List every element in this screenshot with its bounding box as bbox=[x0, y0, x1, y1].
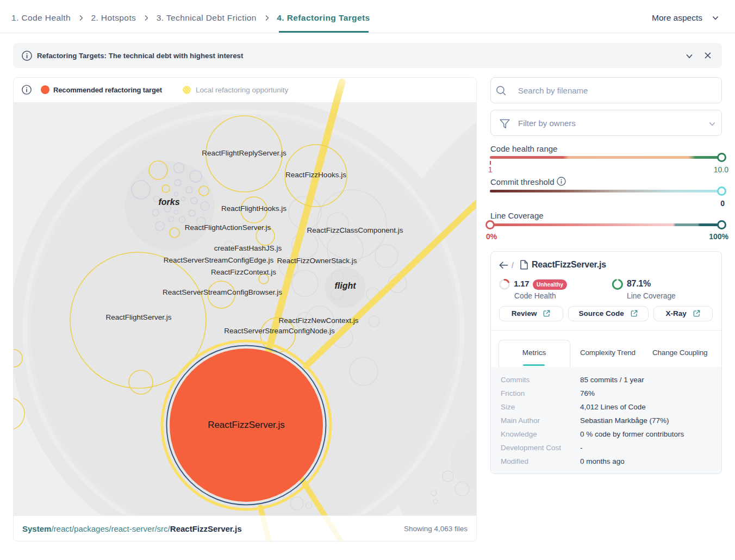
svg-text:forks: forks bbox=[158, 197, 179, 207]
svg-text:flight: flight bbox=[334, 281, 356, 290]
svg-text:ReactFlightActionServer.js: ReactFlightActionServer.js bbox=[185, 223, 271, 232]
svg-text:ReactFlightReplyServer.js: ReactFlightReplyServer.js bbox=[202, 149, 286, 157]
svg-text:ReactFizzServer.js: ReactFizzServer.js bbox=[208, 420, 285, 430]
svg-text:ReactServerStreamConfigNode.js: ReactServerStreamConfigNode.js bbox=[224, 327, 335, 335]
svg-text:ReactServerStreamConfigBrowser: ReactServerStreamConfigBrowser.js bbox=[163, 288, 282, 296]
svg-text:createFastHashJS.js: createFastHashJS.js bbox=[214, 244, 282, 252]
svg-text:ReactFizzOwnerStack.js: ReactFizzOwnerStack.js bbox=[277, 257, 357, 265]
svg-text:ReactServerStreamConfigEdge.js: ReactServerStreamConfigEdge.js bbox=[164, 256, 274, 264]
svg-text:ReactFizzHooks.js: ReactFizzHooks.js bbox=[285, 171, 346, 179]
svg-text:ReactFizzClassComponent.js: ReactFizzClassComponent.js bbox=[307, 226, 403, 234]
svg-text:ReactFlightHooks.js: ReactFlightHooks.js bbox=[221, 204, 286, 213]
svg-text:ReactFizzNewContext.js: ReactFizzNewContext.js bbox=[278, 316, 358, 325]
svg-text:ReactFizzContext.js: ReactFizzContext.js bbox=[211, 268, 276, 276]
svg-text:ReactFlightServer.js: ReactFlightServer.js bbox=[106, 313, 172, 321]
